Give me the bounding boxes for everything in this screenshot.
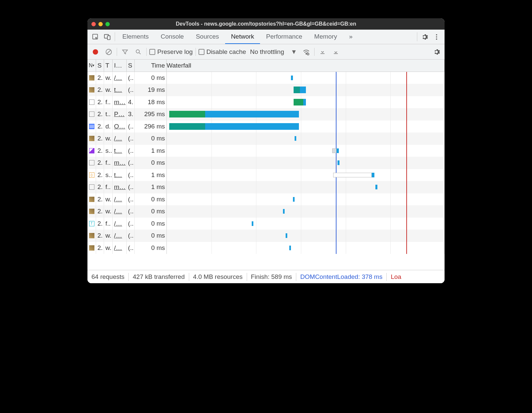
- close-window-button[interactable]: [91, 22, 96, 26]
- table-row[interactable]: 2. w. /… (.. 0 ms: [87, 132, 445, 145]
- col-size[interactable]: S: [127, 60, 135, 72]
- col-status[interactable]: S: [96, 60, 104, 72]
- table-row[interactable]: 2. d. O… (.. 296 ms: [87, 120, 445, 133]
- waterfall-cell: [167, 108, 444, 120]
- table-body: 2. w. /… (.. 0 ms 2. w. t… (.. 19 ms 2. …: [87, 72, 445, 270]
- cell-status: 2.: [96, 120, 104, 133]
- cell-time: 0 ms: [135, 132, 167, 145]
- document-icon: [89, 124, 94, 129]
- table-row[interactable]: 2. w. /… (.. 0 ms: [87, 242, 445, 254]
- table-row[interactable]: 2. f.. m… 4. 18 ms: [87, 96, 445, 108]
- network-settings-button[interactable]: [431, 47, 442, 57]
- cell-initiator: t…: [113, 145, 127, 157]
- cell-status: 2.: [96, 205, 104, 218]
- cell-size: (..: [127, 132, 135, 145]
- cell-time: 0 ms: [135, 218, 167, 230]
- titlebar: DevTools - news.google.com/topstories?hl…: [87, 18, 445, 30]
- clear-button[interactable]: [103, 47, 114, 57]
- waterfall-cell: [167, 120, 444, 133]
- export-har-button[interactable]: [331, 47, 341, 57]
- cell-initiator: /…: [113, 193, 127, 206]
- tab-network[interactable]: Network: [225, 30, 260, 44]
- tab-console[interactable]: Console: [155, 30, 190, 44]
- cell-time: 1 ms: [135, 169, 167, 181]
- table-header: N ▾ S T I… S Time Waterfall: [87, 60, 445, 72]
- cell-initiator: t…: [113, 84, 127, 96]
- cell-time: 1 ms: [135, 145, 167, 157]
- tab-elements[interactable]: Elements: [116, 30, 155, 44]
- waterfall-cell: [167, 72, 444, 84]
- table-row[interactable]: 2. w. /… (.. 0 ms: [87, 72, 445, 84]
- table-row[interactable]: 2. t.. P… 3. 295 ms: [87, 108, 445, 120]
- device-toolbar-button[interactable]: [101, 30, 113, 44]
- image-thumb-icon: [89, 209, 94, 214]
- filter-button[interactable]: [120, 47, 130, 57]
- table-row[interactable]: 2. w. /… (.. 0 ms: [87, 193, 445, 206]
- preserve-log-label: Preserve log: [157, 48, 193, 56]
- disable-cache-checkbox[interactable]: Disable cache: [199, 48, 246, 56]
- preserve-log-checkbox[interactable]: Preserve log: [149, 48, 193, 56]
- col-time[interactable]: Time: [135, 60, 167, 72]
- table-row[interactable]: 2. w. /… (.. 0 ms: [87, 205, 445, 218]
- inspect-element-button[interactable]: [89, 30, 101, 44]
- svg-point-4: [436, 36, 437, 38]
- col-name[interactable]: N ▾: [87, 60, 96, 72]
- table-row[interactable]: 2. s.. t… (.. 1 ms: [87, 145, 445, 157]
- cell-initiator: m…: [113, 157, 127, 169]
- cell-status: 2.: [96, 157, 104, 169]
- network-conditions-button[interactable]: [301, 47, 312, 57]
- import-har-button[interactable]: [317, 47, 328, 57]
- devtools-window: DevTools - news.google.com/topstories?hl…: [87, 18, 445, 283]
- tabs-overflow-button[interactable]: »: [343, 30, 359, 44]
- table-row[interactable]: {} 2. s.. t… (.. 1 ms: [87, 169, 445, 181]
- file-icon: [89, 184, 94, 190]
- cell-initiator: /…: [113, 218, 127, 230]
- more-menu-button[interactable]: [431, 30, 443, 44]
- waterfall-cell: [167, 218, 444, 230]
- zoom-window-button[interactable]: [105, 22, 110, 26]
- svg-line-9: [139, 53, 141, 54]
- table-row[interactable]: T 2. f.. /… (.. 0 ms: [87, 218, 445, 230]
- table-row[interactable]: 2. f.. m… (.. 1 ms: [87, 181, 445, 193]
- minimize-window-button[interactable]: [98, 22, 103, 26]
- cell-type: w.: [104, 84, 113, 96]
- image-thumb-icon: [89, 245, 94, 251]
- cell-type: f..: [104, 181, 113, 193]
- tab-sources[interactable]: Sources: [190, 30, 225, 44]
- status-requests: 64 requests: [89, 273, 124, 281]
- col-waterfall[interactable]: Waterfall: [167, 60, 445, 72]
- cell-size: 4.: [127, 96, 135, 108]
- cell-time: 0 ms: [135, 72, 167, 84]
- status-transferred: 427 kB transferred: [133, 273, 185, 281]
- svg-rect-0: [93, 34, 98, 39]
- record-button[interactable]: [90, 47, 101, 57]
- cell-initiator: /…: [113, 230, 127, 242]
- col-initiator[interactable]: I…: [113, 60, 127, 72]
- waterfall-cell: [167, 132, 444, 145]
- cell-time: 0 ms: [135, 230, 167, 242]
- table-row[interactable]: 2. f.. m… (.. 0 ms: [87, 157, 445, 169]
- table-row[interactable]: 2. w. t… (.. 19 ms: [87, 84, 445, 96]
- cell-time: 19 ms: [135, 84, 167, 96]
- cell-size: (..: [127, 242, 135, 254]
- cell-status: 2.: [96, 181, 104, 193]
- tab-performance[interactable]: Performance: [260, 30, 308, 44]
- settings-button[interactable]: [419, 30, 431, 44]
- throttling-dropdown[interactable]: No throttling ▼: [249, 48, 298, 56]
- table-row[interactable]: 2. w. /… (.. 0 ms: [87, 230, 445, 242]
- window-title: DevTools - news.google.com/topstories?hl…: [87, 21, 445, 27]
- cell-size: (..: [127, 230, 135, 242]
- cell-initiator: m…: [113, 96, 127, 108]
- search-button[interactable]: [133, 47, 144, 57]
- cell-status: 2.: [96, 108, 104, 120]
- cell-type: w.: [104, 193, 113, 206]
- cell-type: f..: [104, 218, 113, 230]
- col-type[interactable]: T: [104, 60, 113, 72]
- cell-status: 2.: [96, 242, 104, 254]
- cell-time: 0 ms: [135, 157, 167, 169]
- waterfall-cell: [167, 96, 444, 108]
- tab-memory[interactable]: Memory: [308, 30, 343, 44]
- svg-point-3: [436, 34, 437, 35]
- cell-initiator: P…: [113, 108, 127, 120]
- cell-time: 18 ms: [135, 96, 167, 108]
